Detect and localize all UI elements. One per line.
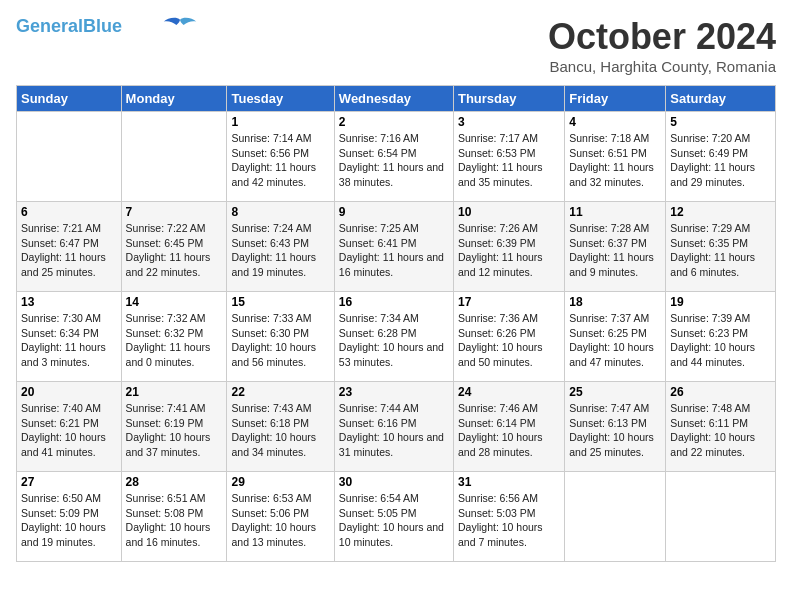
calendar-cell: 9Sunrise: 7:25 AM Sunset: 6:41 PM Daylig… (334, 202, 453, 292)
calendar-cell: 1Sunrise: 7:14 AM Sunset: 6:56 PM Daylig… (227, 112, 334, 202)
location-subtitle: Bancu, Harghita County, Romania (548, 58, 776, 75)
day-info: Sunrise: 7:30 AM Sunset: 6:34 PM Dayligh… (21, 311, 117, 370)
calendar-table: SundayMondayTuesdayWednesdayThursdayFrid… (16, 85, 776, 562)
day-info: Sunrise: 7:37 AM Sunset: 6:25 PM Dayligh… (569, 311, 661, 370)
day-info: Sunrise: 7:41 AM Sunset: 6:19 PM Dayligh… (126, 401, 223, 460)
day-number: 16 (339, 295, 449, 309)
day-info: Sunrise: 7:36 AM Sunset: 6:26 PM Dayligh… (458, 311, 560, 370)
calendar-cell: 28Sunrise: 6:51 AM Sunset: 5:08 PM Dayli… (121, 472, 227, 562)
weekday-header-cell: Friday (565, 86, 666, 112)
calendar-cell: 24Sunrise: 7:46 AM Sunset: 6:14 PM Dayli… (453, 382, 564, 472)
calendar-week-row: 1Sunrise: 7:14 AM Sunset: 6:56 PM Daylig… (17, 112, 776, 202)
calendar-body: 1Sunrise: 7:14 AM Sunset: 6:56 PM Daylig… (17, 112, 776, 562)
day-info: Sunrise: 7:26 AM Sunset: 6:39 PM Dayligh… (458, 221, 560, 280)
day-number: 21 (126, 385, 223, 399)
day-number: 8 (231, 205, 329, 219)
calendar-cell: 13Sunrise: 7:30 AM Sunset: 6:34 PM Dayli… (17, 292, 122, 382)
day-info: Sunrise: 7:21 AM Sunset: 6:47 PM Dayligh… (21, 221, 117, 280)
calendar-cell: 16Sunrise: 7:34 AM Sunset: 6:28 PM Dayli… (334, 292, 453, 382)
page-header: GeneralBlue October 2024 Bancu, Harghita… (16, 16, 776, 75)
calendar-cell: 5Sunrise: 7:20 AM Sunset: 6:49 PM Daylig… (666, 112, 776, 202)
day-number: 6 (21, 205, 117, 219)
day-info: Sunrise: 7:39 AM Sunset: 6:23 PM Dayligh… (670, 311, 771, 370)
calendar-cell: 31Sunrise: 6:56 AM Sunset: 5:03 PM Dayli… (453, 472, 564, 562)
calendar-cell: 21Sunrise: 7:41 AM Sunset: 6:19 PM Dayli… (121, 382, 227, 472)
day-number: 27 (21, 475, 117, 489)
weekday-header-cell: Wednesday (334, 86, 453, 112)
calendar-cell: 30Sunrise: 6:54 AM Sunset: 5:05 PM Dayli… (334, 472, 453, 562)
day-info: Sunrise: 7:44 AM Sunset: 6:16 PM Dayligh… (339, 401, 449, 460)
calendar-cell (565, 472, 666, 562)
calendar-week-row: 27Sunrise: 6:50 AM Sunset: 5:09 PM Dayli… (17, 472, 776, 562)
day-info: Sunrise: 7:25 AM Sunset: 6:41 PM Dayligh… (339, 221, 449, 280)
day-number: 13 (21, 295, 117, 309)
day-info: Sunrise: 7:34 AM Sunset: 6:28 PM Dayligh… (339, 311, 449, 370)
day-info: Sunrise: 7:47 AM Sunset: 6:13 PM Dayligh… (569, 401, 661, 460)
day-number: 7 (126, 205, 223, 219)
calendar-cell: 6Sunrise: 7:21 AM Sunset: 6:47 PM Daylig… (17, 202, 122, 292)
day-info: Sunrise: 7:16 AM Sunset: 6:54 PM Dayligh… (339, 131, 449, 190)
day-number: 25 (569, 385, 661, 399)
day-number: 19 (670, 295, 771, 309)
month-title: October 2024 (548, 16, 776, 58)
weekday-header-cell: Tuesday (227, 86, 334, 112)
title-block: October 2024 Bancu, Harghita County, Rom… (548, 16, 776, 75)
day-info: Sunrise: 7:29 AM Sunset: 6:35 PM Dayligh… (670, 221, 771, 280)
day-info: Sunrise: 7:43 AM Sunset: 6:18 PM Dayligh… (231, 401, 329, 460)
day-number: 10 (458, 205, 560, 219)
weekday-header-cell: Sunday (17, 86, 122, 112)
day-number: 17 (458, 295, 560, 309)
calendar-cell: 15Sunrise: 7:33 AM Sunset: 6:30 PM Dayli… (227, 292, 334, 382)
day-number: 12 (670, 205, 771, 219)
calendar-cell: 27Sunrise: 6:50 AM Sunset: 5:09 PM Dayli… (17, 472, 122, 562)
calendar-cell: 18Sunrise: 7:37 AM Sunset: 6:25 PM Dayli… (565, 292, 666, 382)
day-number: 23 (339, 385, 449, 399)
logo: GeneralBlue (16, 16, 198, 36)
calendar-cell: 4Sunrise: 7:18 AM Sunset: 6:51 PM Daylig… (565, 112, 666, 202)
calendar-cell (666, 472, 776, 562)
calendar-cell: 12Sunrise: 7:29 AM Sunset: 6:35 PM Dayli… (666, 202, 776, 292)
day-info: Sunrise: 7:14 AM Sunset: 6:56 PM Dayligh… (231, 131, 329, 190)
calendar-cell (121, 112, 227, 202)
calendar-cell: 3Sunrise: 7:17 AM Sunset: 6:53 PM Daylig… (453, 112, 564, 202)
day-number: 24 (458, 385, 560, 399)
day-info: Sunrise: 7:20 AM Sunset: 6:49 PM Dayligh… (670, 131, 771, 190)
day-info: Sunrise: 6:53 AM Sunset: 5:06 PM Dayligh… (231, 491, 329, 550)
day-info: Sunrise: 6:50 AM Sunset: 5:09 PM Dayligh… (21, 491, 117, 550)
day-number: 28 (126, 475, 223, 489)
weekday-header-cell: Monday (121, 86, 227, 112)
calendar-cell: 19Sunrise: 7:39 AM Sunset: 6:23 PM Dayli… (666, 292, 776, 382)
day-number: 20 (21, 385, 117, 399)
day-number: 1 (231, 115, 329, 129)
day-info: Sunrise: 6:54 AM Sunset: 5:05 PM Dayligh… (339, 491, 449, 550)
calendar-cell: 14Sunrise: 7:32 AM Sunset: 6:32 PM Dayli… (121, 292, 227, 382)
day-info: Sunrise: 7:40 AM Sunset: 6:21 PM Dayligh… (21, 401, 117, 460)
calendar-cell: 23Sunrise: 7:44 AM Sunset: 6:16 PM Dayli… (334, 382, 453, 472)
calendar-week-row: 13Sunrise: 7:30 AM Sunset: 6:34 PM Dayli… (17, 292, 776, 382)
calendar-cell: 10Sunrise: 7:26 AM Sunset: 6:39 PM Dayli… (453, 202, 564, 292)
day-number: 31 (458, 475, 560, 489)
day-number: 22 (231, 385, 329, 399)
logo-bird-icon (162, 16, 198, 36)
day-info: Sunrise: 7:17 AM Sunset: 6:53 PM Dayligh… (458, 131, 560, 190)
day-number: 3 (458, 115, 560, 129)
calendar-cell (17, 112, 122, 202)
calendar-cell: 22Sunrise: 7:43 AM Sunset: 6:18 PM Dayli… (227, 382, 334, 472)
weekday-header-cell: Thursday (453, 86, 564, 112)
day-info: Sunrise: 6:56 AM Sunset: 5:03 PM Dayligh… (458, 491, 560, 550)
day-number: 29 (231, 475, 329, 489)
calendar-cell: 7Sunrise: 7:22 AM Sunset: 6:45 PM Daylig… (121, 202, 227, 292)
calendar-cell: 26Sunrise: 7:48 AM Sunset: 6:11 PM Dayli… (666, 382, 776, 472)
day-info: Sunrise: 7:32 AM Sunset: 6:32 PM Dayligh… (126, 311, 223, 370)
calendar-cell: 17Sunrise: 7:36 AM Sunset: 6:26 PM Dayli… (453, 292, 564, 382)
calendar-week-row: 6Sunrise: 7:21 AM Sunset: 6:47 PM Daylig… (17, 202, 776, 292)
day-number: 26 (670, 385, 771, 399)
weekday-header-cell: Saturday (666, 86, 776, 112)
calendar-cell: 11Sunrise: 7:28 AM Sunset: 6:37 PM Dayli… (565, 202, 666, 292)
day-info: Sunrise: 7:18 AM Sunset: 6:51 PM Dayligh… (569, 131, 661, 190)
day-number: 15 (231, 295, 329, 309)
calendar-week-row: 20Sunrise: 7:40 AM Sunset: 6:21 PM Dayli… (17, 382, 776, 472)
day-number: 9 (339, 205, 449, 219)
day-info: Sunrise: 7:33 AM Sunset: 6:30 PM Dayligh… (231, 311, 329, 370)
logo-text: GeneralBlue (16, 17, 122, 35)
